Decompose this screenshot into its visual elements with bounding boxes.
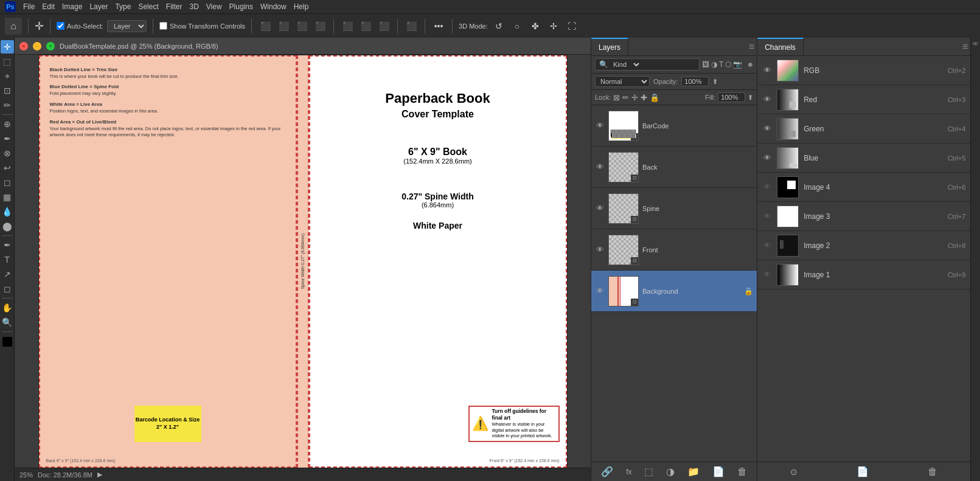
blend-mode-select[interactable]: Normal Multiply Screen <box>595 76 650 87</box>
menu-edit[interactable]: Edit <box>42 2 55 11</box>
dist-v-btn[interactable]: ⬛ <box>340 19 355 33</box>
channel-eye-red[interactable]: 👁 <box>762 95 772 104</box>
opacity-arrows[interactable]: ⬆ <box>712 78 718 86</box>
new-layer-btn[interactable]: 📄 <box>712 466 725 477</box>
canvas-content[interactable]: Black Dotted Line = Trim Size This is wh… <box>15 55 591 468</box>
menu-filter[interactable]: Filter <box>166 2 182 11</box>
dist-last-btn[interactable]: ⬛ <box>404 19 419 33</box>
channel-eye-image3[interactable]: 👁 <box>762 212 772 221</box>
blur-tool[interactable]: 💧 <box>1 205 14 218</box>
layer-visibility-background[interactable]: 👁 <box>595 286 605 296</box>
menu-3d[interactable]: 3D <box>189 2 198 11</box>
group-layers-btn[interactable]: 📁 <box>687 466 700 477</box>
zoom-tool[interactable]: 🔍 <box>1 316 14 329</box>
crop-tool[interactable]: ⊡ <box>1 84 14 97</box>
menu-help[interactable]: Help <box>294 2 309 11</box>
lock-image-icon[interactable]: ✏ <box>622 93 629 102</box>
align-left-btn[interactable]: ⬛ <box>258 19 273 33</box>
shape-tool[interactable]: ◻ <box>1 282 14 296</box>
lock-transparent-icon[interactable]: ⊠ <box>613 93 620 102</box>
more-options-btn[interactable]: ••• <box>431 19 446 33</box>
fill-input[interactable] <box>718 92 745 102</box>
dist-mid-btn[interactable]: ⬛ <box>377 19 391 33</box>
channel-eye-image4[interactable]: 👁 <box>762 182 772 192</box>
3d-scale-btn[interactable]: ⛶ <box>565 19 579 33</box>
history-brush[interactable]: ↩ <box>1 161 14 175</box>
layer-visibility-back[interactable]: 👁 <box>595 162 605 171</box>
align-center-btn[interactable]: ⬛ <box>276 19 291 33</box>
channels-tab[interactable]: Channels <box>757 38 804 55</box>
hand-tool[interactable]: ✋ <box>1 301 14 314</box>
link-layers-btn[interactable]: 🔗 <box>601 466 613 477</box>
menu-image[interactable]: Image <box>62 2 82 11</box>
channel-item-image3[interactable]: 👁 Image 3 Ctrl+7 <box>757 202 970 231</box>
eraser-tool[interactable]: ◻ <box>1 176 14 189</box>
channel-eye-green[interactable]: 👁 <box>762 124 772 133</box>
path-tool[interactable]: ↗ <box>1 268 14 281</box>
opacity-input[interactable] <box>681 77 709 86</box>
auto-select-checkbox[interactable] <box>57 22 64 30</box>
channel-item-image2[interactable]: 👁 Image 2 Ctrl+8 <box>757 231 970 260</box>
channel-item-rgb[interactable]: 👁 RGB Ctrl+2 <box>757 56 970 85</box>
lock-artboards-icon[interactable]: ✛ <box>631 93 638 102</box>
layer-item-back[interactable]: 👁 ⊡ Back <box>591 147 757 188</box>
eyedropper-tool[interactable]: ✏ <box>1 99 14 112</box>
menu-layer[interactable]: Layer <box>89 2 108 11</box>
filter-adjust-icon[interactable]: ◑ <box>711 60 717 69</box>
text-tool[interactable]: T <box>1 253 14 266</box>
filter-toggle[interactable]: ● <box>747 59 753 70</box>
brush-tool[interactable]: ✒ <box>1 132 14 145</box>
layer-visibility-spine[interactable]: 👁 <box>595 204 605 213</box>
layer-visibility-barcode[interactable]: 👁 <box>595 121 605 130</box>
home-button[interactable]: ⌂ <box>5 18 22 35</box>
filter-pixel-icon[interactable]: 🖼 <box>702 60 709 69</box>
layer-item-background[interactable]: 👁 ⊡ Background 🔒 <box>591 271 757 312</box>
menu-view[interactable]: View <box>206 2 222 11</box>
add-mask-btn[interactable]: ⬚ <box>644 466 653 477</box>
dist-h-btn[interactable]: ⬛ <box>358 19 373 33</box>
show-transform-checkbox[interactable] <box>159 22 167 30</box>
lock-position-icon[interactable]: ✚ <box>641 93 647 102</box>
3d-pan-btn[interactable]: ✤ <box>528 19 543 33</box>
dodge-tool[interactable]: ⬤ <box>1 220 14 233</box>
layers-tab[interactable]: Layers <box>591 38 628 55</box>
minimize-button[interactable]: − <box>33 42 41 50</box>
channel-eye-blue[interactable]: 👁 <box>762 153 772 162</box>
menu-type[interactable]: Type <box>115 2 131 11</box>
lock-all-icon[interactable]: 🔒 <box>650 93 659 102</box>
layer-select[interactable]: Layer Group <box>107 20 147 32</box>
3d-roll-btn[interactable]: ○ <box>510 19 524 33</box>
filter-shape-icon[interactable]: ⬡ <box>725 60 731 69</box>
menu-window[interactable]: Window <box>260 2 287 11</box>
lasso-tool[interactable]: ⌖ <box>1 69 14 83</box>
layer-visibility-front[interactable]: 👁 <box>595 245 605 254</box>
channel-item-blue[interactable]: 👁 Blue Ctrl+5 <box>757 144 970 173</box>
move-tool[interactable]: ✛ <box>1 40 14 54</box>
channel-item-red[interactable]: 👁 Red Ctrl+3 <box>757 85 970 114</box>
menu-plugins[interactable]: Plugins <box>229 2 253 11</box>
channel-item-green[interactable]: 👁 Green Ctrl+4 <box>757 114 970 144</box>
layers-panel-menu[interactable]: ≡ <box>749 41 754 52</box>
close-button[interactable]: × <box>19 42 28 50</box>
3d-slide-btn[interactable]: ✢ <box>546 19 561 33</box>
distribute-btn[interactable]: ⬛ <box>313 19 327 33</box>
healing-tool[interactable]: ⊕ <box>1 117 14 131</box>
menu-file[interactable]: File <box>23 2 35 11</box>
gradient-tool[interactable]: ▦ <box>1 190 14 204</box>
collapse-right-btn[interactable]: ≪ <box>972 40 979 47</box>
selection-tool[interactable]: ⬚ <box>1 55 14 68</box>
filter-smart-icon[interactable]: 📷 <box>733 60 742 69</box>
pen-tool[interactable]: ✒ <box>1 238 14 252</box>
channel-item-image4[interactable]: 👁 Image 4 Ctrl+6 <box>757 173 970 202</box>
channels-panel-menu[interactable]: ≡ <box>962 41 968 52</box>
new-channel-btn[interactable]: 📄 <box>857 466 869 477</box>
move-tool-icon[interactable]: ✛ <box>35 19 44 33</box>
clone-tool[interactable]: ⊗ <box>1 147 14 160</box>
fill-arrows[interactable]: ⬆ <box>748 94 753 102</box>
channel-eye-image1[interactable]: 👁 <box>762 270 772 279</box>
maximize-button[interactable]: + <box>46 42 55 50</box>
delete-channel-btn[interactable]: 🗑 <box>928 466 937 477</box>
layer-item-barcode[interactable]: 👁 ⊡ BarCode <box>591 105 757 147</box>
menu-select[interactable]: Select <box>138 2 158 11</box>
channel-item-image1[interactable]: 👁 Image 1 Ctrl+9 <box>757 260 970 289</box>
